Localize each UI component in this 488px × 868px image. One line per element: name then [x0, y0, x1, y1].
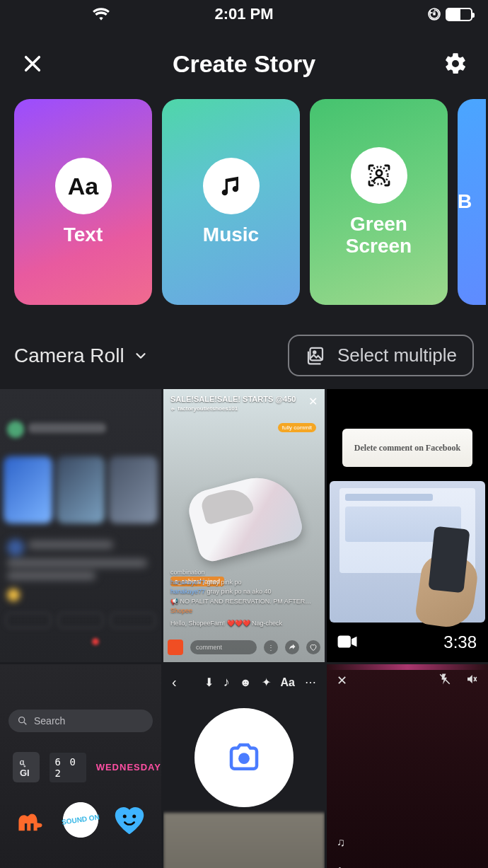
svg-rect-1 — [433, 13, 435, 16]
gallery-grid: SALE!SALE!SALE! STARTS @450 ⪧ factoryout… — [0, 389, 488, 868]
more-icon: ⋮ — [264, 640, 278, 654]
thumb-banner: SALE!SALE!SALE! STARTS @450 ⪧ factoryout… — [170, 395, 296, 412]
chip-clock: 6 0 2 — [50, 753, 86, 782]
mode-extra-label: B — [458, 191, 472, 213]
comment-input: comment — [190, 640, 257, 654]
gallery-item[interactable]: ✕ ♫ 1x — [327, 664, 488, 868]
page-title: Create Story — [47, 50, 441, 78]
mute-icon — [465, 673, 478, 689]
svg-point-7 — [19, 717, 25, 723]
gallery-icon — [305, 345, 326, 366]
close-icon: ✕ — [308, 395, 318, 408]
music-icon — [203, 158, 260, 214]
sound-on-icon: SOUND ON — [57, 797, 105, 845]
text-icon: Aa — [55, 158, 112, 214]
thumb-search: Search — [8, 710, 153, 732]
chip-wednesday: WEDNESDAY — [96, 762, 161, 772]
mode-music-label: Music — [203, 224, 259, 246]
thumb-pill: fully commit — [278, 423, 316, 432]
chevron-down-icon — [133, 348, 149, 364]
album-label: Camera Roll — [14, 345, 124, 367]
gallery-item[interactable]: SALE!SALE!SALE! STARTS @450 ⪧ factoryout… — [163, 389, 325, 662]
svg-point-5 — [313, 351, 315, 353]
mode-extra[interactable]: B — [458, 99, 486, 305]
mode-green-label: Green Screen — [346, 214, 412, 257]
green-screen-icon — [351, 147, 407, 204]
gallery-item[interactable]: ‹ ⬇ ♪ ☻ ✦ Aa ⋯ — [163, 664, 325, 868]
share-icon — [285, 640, 299, 654]
music-note-icon: ♪ — [223, 675, 230, 690]
mode-text-label: Text — [64, 224, 103, 246]
status-bar: 2:01 PM — [0, 0, 488, 28]
mode-row: Aa Text Music Green Screen B — [0, 99, 488, 326]
rotation-lock-icon — [427, 7, 441, 21]
settings-button[interactable] — [441, 50, 470, 78]
chip-gi: ᶐ GI — [13, 752, 40, 782]
back-icon: ‹ — [172, 674, 177, 690]
flash-off-icon — [438, 673, 451, 689]
svg-rect-6 — [338, 636, 351, 648]
battery-icon — [446, 8, 472, 21]
heart-face-icon — [110, 801, 149, 839]
album-picker[interactable]: Camera Roll — [14, 345, 149, 367]
svg-point-2 — [376, 170, 381, 175]
wifi-icon — [92, 7, 110, 21]
camel-icon — [13, 801, 51, 839]
gallery-item[interactable]: Delete comment on Facebook 3:38 — [327, 389, 488, 662]
status-time: 2:01 PM — [214, 5, 273, 23]
music-note-icon: ♫ — [337, 836, 351, 849]
video-icon — [337, 634, 358, 652]
svg-point-10 — [238, 753, 250, 765]
gallery-item[interactable] — [0, 389, 161, 662]
capture-button — [194, 708, 294, 807]
gallery-item[interactable]: Search ᶐ GI 6 0 2 WEDNESDAY SOUND ON — [0, 664, 161, 868]
select-multiple-label: Select multiple — [337, 345, 457, 366]
mode-text[interactable]: Aa Text — [14, 99, 152, 305]
svg-point-8 — [123, 815, 127, 818]
sparkle-icon: ✦ — [262, 676, 271, 689]
close-icon: ✕ — [337, 673, 347, 689]
text-tool-icon: Aa — [281, 676, 295, 689]
download-icon: ⬇ — [204, 676, 214, 689]
mode-music[interactable]: Music — [162, 99, 300, 305]
toolbar-icons: ⬇ ♪ ☻ ✦ Aa ⋯ — [204, 675, 316, 690]
more-icon: ⋯ — [305, 676, 316, 689]
select-multiple-button[interactable]: Select multiple — [288, 335, 474, 376]
mode-green-screen[interactable]: Green Screen — [310, 99, 448, 305]
thumb-chat: combination hanakaye77 gray pink po hana… — [170, 568, 318, 628]
svg-point-9 — [132, 815, 136, 818]
sticker-icon: ☻ — [240, 676, 252, 689]
thumb-title-board: Delete comment on Facebook — [342, 429, 472, 467]
heart-icon — [306, 640, 320, 654]
header: Create Story — [0, 28, 488, 99]
close-button[interactable] — [18, 50, 47, 78]
bag-icon — [168, 640, 183, 655]
video-duration: 3:38 — [443, 632, 477, 652]
gallery-header: Camera Roll Select multiple — [0, 326, 488, 389]
